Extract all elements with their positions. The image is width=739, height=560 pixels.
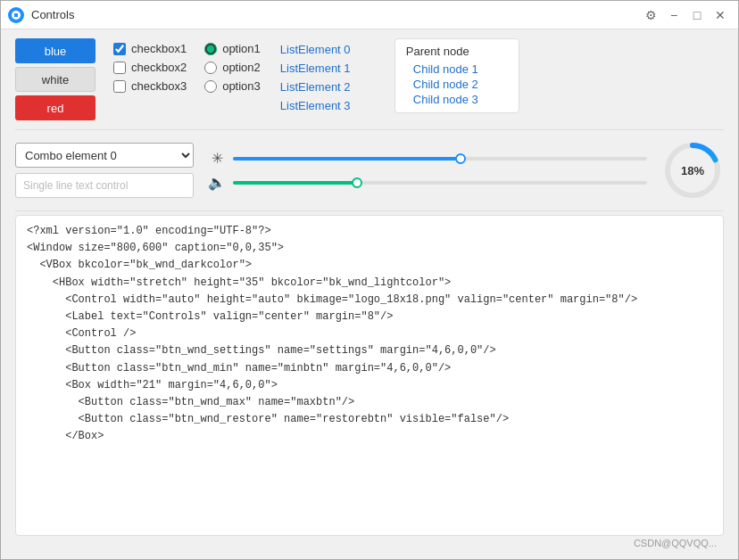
radio1-label[interactable]: option1 bbox=[204, 42, 261, 55]
middle-section: Combo element 0 Combo element 1 Combo el… bbox=[15, 130, 724, 211]
text-input[interactable] bbox=[15, 173, 194, 198]
brightness-thumb[interactable] bbox=[455, 153, 466, 164]
content-area: blue white red checkbox1 checkbox2 check… bbox=[1, 29, 738, 559]
code-line-11: <Button class="btn_wnd_restore" name="re… bbox=[27, 411, 712, 428]
checkbox2-text: checkbox2 bbox=[131, 61, 187, 74]
combo-text-group: Combo element 0 Combo element 1 Combo el… bbox=[15, 143, 194, 198]
brightness-slider-row: ✳ bbox=[208, 150, 647, 167]
child-node-3[interactable]: Child node 3 bbox=[406, 92, 508, 107]
volume-thumb[interactable] bbox=[352, 177, 362, 188]
volume-icon: 🔈 bbox=[208, 174, 226, 191]
list-item-1[interactable]: ListElement 1 bbox=[278, 61, 377, 76]
code-line-5: <Label text="Controls" valign="center" m… bbox=[27, 309, 712, 325]
combo-select[interactable]: Combo element 0 Combo element 1 Combo el… bbox=[15, 143, 194, 168]
checkbox3-label[interactable]: checkbox3 bbox=[113, 79, 187, 93]
tree-node-group: Parent node Child node 1 Child node 2 Ch… bbox=[394, 38, 519, 113]
window-controls: ⚙ − □ ✕ bbox=[640, 4, 731, 26]
minimize-button[interactable]: − bbox=[663, 4, 685, 26]
app-icon bbox=[8, 7, 24, 23]
button-group: blue white red bbox=[15, 38, 95, 120]
child-node-1[interactable]: Child node 1 bbox=[406, 62, 508, 77]
list-item-3[interactable]: ListElement 3 bbox=[278, 98, 377, 113]
code-line-1: <Window size="800,600" caption="0,0,35"> bbox=[27, 240, 712, 257]
checkbox2[interactable] bbox=[113, 62, 126, 74]
radio3-text: option3 bbox=[222, 79, 261, 93]
radio1-text: option1 bbox=[222, 42, 261, 55]
progress-label: 18% bbox=[681, 164, 704, 177]
window-title: Controls bbox=[31, 8, 640, 21]
brightness-icon: ✳ bbox=[208, 150, 226, 167]
code-line-4: <Control width="auto" height="auto" bkim… bbox=[27, 292, 712, 309]
code-line-6: <Control /> bbox=[27, 325, 712, 342]
maximize-button[interactable]: □ bbox=[686, 4, 708, 26]
child-node-2[interactable]: Child node 2 bbox=[406, 77, 508, 92]
checkbox-group: checkbox1 checkbox2 checkbox3 bbox=[113, 38, 187, 93]
code-line-9: <Box width="21" margin="4,6,0,0"> bbox=[27, 377, 712, 394]
code-line-0: <?xml version="1.0" encoding="UTF-8"?> bbox=[27, 223, 712, 240]
sliders-area: ✳ 🔈 bbox=[208, 150, 647, 191]
blue-button[interactable]: blue bbox=[15, 38, 95, 63]
radio2-label[interactable]: option2 bbox=[204, 61, 261, 74]
circular-progress: 18% bbox=[661, 139, 724, 202]
brightness-track[interactable] bbox=[233, 157, 647, 161]
brightness-fill bbox=[233, 157, 461, 161]
checkbox1-label[interactable]: checkbox1 bbox=[113, 42, 187, 55]
checkbox3[interactable] bbox=[113, 80, 126, 93]
volume-fill bbox=[233, 181, 357, 185]
top-section: blue white red checkbox1 checkbox2 check… bbox=[15, 38, 724, 130]
white-button[interactable]: white bbox=[15, 67, 95, 92]
radio-group: option1 option2 option3 bbox=[204, 38, 261, 93]
list-element-group: ListElement 0 ListElement 1 ListElement … bbox=[278, 38, 377, 113]
watermark: CSDN@QQVQQ... bbox=[15, 536, 724, 550]
checkbox1-text: checkbox1 bbox=[131, 42, 187, 55]
settings-button[interactable]: ⚙ bbox=[640, 4, 661, 26]
code-line-2: <VBox bkcolor="bk_wnd_darkcolor"> bbox=[27, 257, 712, 274]
checkbox2-label[interactable]: checkbox2 bbox=[113, 61, 187, 74]
checkbox3-text: checkbox3 bbox=[131, 79, 187, 93]
code-line-3: <HBox width="stretch" height="35" bkcolo… bbox=[27, 275, 712, 292]
parent-node: Parent node bbox=[406, 45, 508, 58]
titlebar: Controls ⚙ − □ ✕ bbox=[1, 1, 738, 29]
list-item-0[interactable]: ListElement 0 bbox=[278, 42, 377, 57]
close-button[interactable]: ✕ bbox=[710, 4, 731, 26]
radio3-label[interactable]: option3 bbox=[204, 79, 261, 93]
code-line-7: <Button class="btn_wnd_settings" name="s… bbox=[27, 342, 712, 359]
volume-track[interactable] bbox=[233, 181, 647, 185]
code-line-10: <Button class="btn_wnd_max" name="maxbtn… bbox=[27, 394, 712, 411]
red-button[interactable]: red bbox=[15, 95, 95, 120]
radio1[interactable] bbox=[204, 43, 217, 55]
code-section[interactable]: <?xml version="1.0" encoding="UTF-8"?> <… bbox=[15, 215, 724, 536]
radio2[interactable] bbox=[204, 62, 217, 74]
code-line-12: </Box> bbox=[27, 428, 712, 445]
code-line-8: <Button class="btn_wnd_min" name="minbtn… bbox=[27, 360, 712, 377]
volume-slider-row: 🔈 bbox=[208, 174, 647, 191]
checkbox1[interactable] bbox=[113, 43, 126, 55]
radio3[interactable] bbox=[204, 80, 217, 93]
main-window: Controls ⚙ − □ ✕ blue white red checkbox… bbox=[0, 0, 739, 560]
radio2-text: option2 bbox=[222, 61, 261, 74]
list-item-2[interactable]: ListElement 2 bbox=[278, 79, 377, 95]
